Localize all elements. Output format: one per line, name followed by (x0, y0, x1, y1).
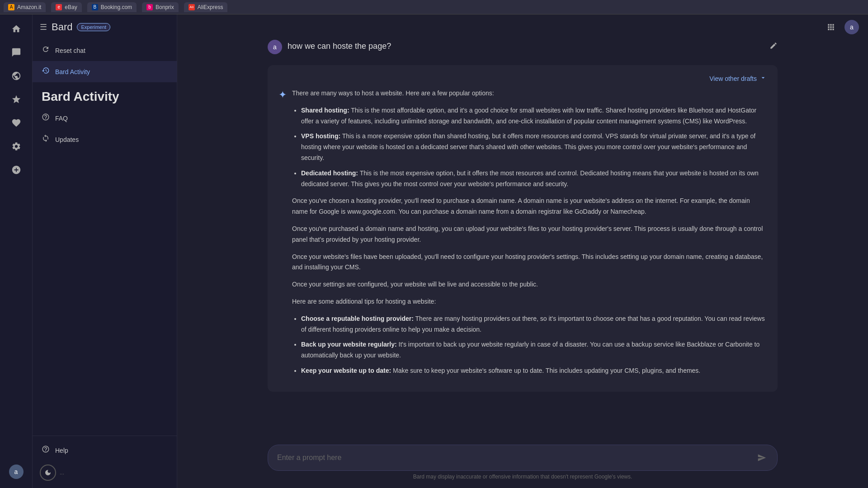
disclaimer-text: Bard may display inaccurate or offensive… (268, 471, 778, 481)
sidebar-settings-btn[interactable] (5, 136, 27, 157)
sidebar-chat-btn[interactable] (5, 42, 27, 63)
user-avatar-top[interactable]: a (844, 20, 859, 34)
sidebar-plugin-btn[interactable] (5, 159, 27, 181)
list-item: Dedicated hosting: This is the most expe… (301, 168, 767, 190)
bard-sparkle-icon: ✦ (278, 88, 287, 101)
tab-booking[interactable]: B Booking.com (87, 2, 137, 12)
bard-response: View other drafts ✦ There are many ways … (268, 65, 778, 392)
amazon-favicon: A (8, 4, 14, 10)
updates-icon (42, 134, 50, 145)
experiment-badge: Experiment (77, 23, 110, 31)
user-avatar: a (268, 40, 282, 54)
tips-list: Choose a reputable hosting provider: The… (301, 314, 767, 376)
sidebar-explore-btn[interactable] (5, 65, 27, 87)
browser-tabs-bar: A Amazon.it e eBay B Booking.com b Bonpr… (0, 0, 868, 14)
tip-1-title: Choose a reputable hosting provider: (301, 315, 414, 322)
sidebar-home-btn[interactable] (5, 18, 27, 40)
tab-amazon[interactable]: A Amazon.it (4, 2, 46, 12)
prompt-area: Bard may display inaccurate or offensive… (177, 439, 868, 488)
nav-reset-chat[interactable]: Reset chat (33, 40, 177, 61)
top-bar-icons: a (823, 19, 859, 35)
bard-activity-label: Bard Activity (55, 68, 90, 75)
tip-3-text: Make sure to keep your website's softwar… (393, 367, 700, 374)
bottom-controls: ... (33, 461, 177, 484)
view-drafts-btn[interactable]: View other drafts (709, 74, 767, 83)
grid-icon-btn[interactable] (823, 19, 839, 35)
main-content: a a how we can hoste the page? View othe… (177, 14, 868, 488)
bard-title: Bard (52, 21, 72, 33)
list-item: Keep your website up to date: Make sure … (301, 366, 767, 376)
bard-icon-row: ✦ There are many ways to host a website.… (278, 88, 767, 383)
option-1-title: Shared hosting: (301, 107, 349, 114)
app-container: a ☰ Bard Experiment Reset chat Bard Acti… (0, 14, 868, 488)
tips-intro: Here are some additional tips for hostin… (292, 296, 767, 307)
tab-booking-label: Booking.com (101, 4, 132, 10)
tab-amazon-label: Amazon.it (17, 4, 41, 10)
send-button[interactable] (755, 451, 768, 464)
user-message-row: a how we can hoste the page? (268, 40, 778, 54)
response-para2: Once you've purchased a domain name and … (292, 224, 767, 245)
tab-bonprix[interactable]: b Bonprix (142, 2, 179, 12)
sidebar-heart-btn[interactable] (5, 112, 27, 134)
tip-2-title: Back up your website regularly: (301, 341, 397, 348)
option-2-title: VPS hosting: (301, 132, 340, 140)
bard-activity-title: Bard Activity (33, 82, 177, 108)
bonprix-favicon: b (146, 4, 153, 10)
sidebar-avatar: a (9, 465, 24, 479)
chevron-down-icon (760, 74, 767, 83)
edit-icon[interactable] (769, 40, 778, 52)
response-para4: Once your settings are configured, your … (292, 279, 767, 290)
nav-bottom: Help ... (33, 436, 177, 488)
option-3-title: Dedicated hosting: (301, 169, 358, 177)
aliexpress-favicon: Ali (189, 4, 195, 10)
tab-ebay[interactable]: e eBay (51, 2, 81, 12)
top-bar: a (177, 14, 868, 40)
response-header: View other drafts (278, 74, 767, 83)
prompt-input[interactable] (277, 454, 755, 462)
response-options-list: Shared hosting: This is the most afforda… (301, 105, 767, 190)
response-content: There are many ways to host a website. H… (292, 88, 767, 383)
left-nav: ☰ Bard Experiment Reset chat Bard Activi… (33, 14, 177, 488)
reset-icon (42, 45, 50, 56)
faq-label: FAQ (55, 115, 68, 122)
activity-icon (42, 66, 50, 77)
prompt-box (268, 445, 778, 471)
faq-icon (42, 113, 50, 123)
tab-bonprix-label: Bonprix (156, 4, 174, 10)
dark-mode-btn[interactable] (40, 465, 56, 481)
tip-3-title: Keep your website up to date: (301, 367, 391, 374)
tab-ebay-label: eBay (65, 4, 77, 10)
list-item: Shared hosting: This is the most afforda… (301, 105, 767, 127)
tab-aliexpress[interactable]: Ali AliExpress (184, 2, 228, 12)
option-3-text: This is the most expensive option, but i… (301, 169, 759, 188)
booking-favicon: B (92, 4, 98, 10)
chat-area[interactable]: a how we can hoste the page? View other … (177, 40, 868, 439)
response-intro: There are many ways to host a website. H… (292, 88, 767, 99)
response-para1: Once you've chosen a hosting provider, y… (292, 196, 767, 217)
list-item: Back up your website regularly: It's imp… (301, 339, 767, 361)
nav-updates[interactable]: Updates (33, 129, 177, 150)
list-item: VPS hosting: This is a more expensive op… (301, 131, 767, 163)
sidebar-profile-btn[interactable]: a (5, 461, 27, 483)
help-icon (42, 445, 50, 455)
option-2-text: This is a more expensive option than sha… (301, 132, 755, 161)
menu-icon[interactable]: ☰ (40, 22, 47, 32)
sidebar-star-btn[interactable] (5, 89, 27, 110)
response-para3: Once your website's files have been uplo… (292, 252, 767, 273)
help-label: Help (55, 447, 68, 454)
tab-aliexpress-label: AliExpress (198, 4, 223, 10)
ebay-favicon: e (56, 4, 62, 10)
list-item: Choose a reputable hosting provider: The… (301, 314, 767, 335)
more-options-btn[interactable]: ... (60, 469, 64, 476)
reset-chat-label: Reset chat (55, 47, 85, 54)
sidebar: a (0, 14, 33, 488)
bard-header: ☰ Bard Experiment (33, 14, 177, 40)
nav-faq[interactable]: FAQ (33, 108, 177, 129)
nav-help[interactable]: Help (33, 440, 177, 461)
updates-label: Updates (55, 136, 79, 143)
user-message-text: how we can hoste the page? (288, 40, 764, 51)
nav-bard-activity[interactable]: Bard Activity (33, 61, 177, 82)
view-drafts-label: View other drafts (709, 75, 757, 82)
option-1-text: This is the most affordable option, and … (301, 107, 756, 125)
